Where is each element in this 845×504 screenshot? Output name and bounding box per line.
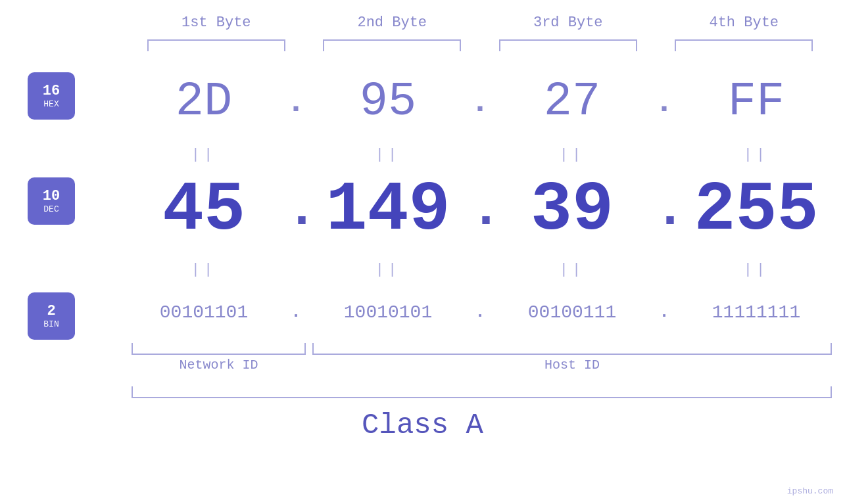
badge-dec-number: 10: [43, 188, 60, 204]
network-id-label: Network ID: [132, 357, 306, 373]
host-id-label: Host ID: [312, 357, 832, 373]
header-byte2: 2nd Byte: [323, 14, 461, 31]
hex-value-3: 27: [544, 75, 600, 129]
eq2-cell-2: ||: [319, 262, 457, 278]
hex-value-2: 95: [360, 75, 416, 129]
watermark: ipshu.com: [787, 486, 833, 496]
dec-value-4: 255: [694, 172, 818, 250]
hex-value-1: 2D: [176, 75, 232, 129]
eq-cell-2: ||: [319, 147, 457, 163]
header-byte4: 4th Byte: [675, 14, 813, 31]
badge-dec-label: DEC: [43, 204, 59, 214]
bin-value-2: 10010101: [344, 302, 432, 323]
header-byte3: 3rd Byte: [499, 14, 637, 31]
dec-dot-2: .: [470, 184, 490, 237]
bin-dot-2: .: [470, 302, 490, 322]
hex-dot-1: .: [286, 83, 306, 121]
hex-dot-2: .: [470, 83, 490, 121]
class-label: Class A: [0, 409, 845, 442]
bracket-top-2: [323, 39, 461, 51]
eq2-cell-1: ||: [135, 262, 273, 278]
hex-cell-1: 2D: [135, 75, 273, 129]
badge-bin: 2 BIN: [28, 292, 75, 340]
dec-value-2: 149: [326, 172, 450, 250]
bin-cell-1: 00101101: [135, 302, 273, 323]
bracket-top-1: [147, 39, 285, 51]
dec-cell-2: 149: [319, 172, 457, 250]
bin-cell-4: 11111111: [687, 302, 825, 323]
bin-row: 00101101 . 10010101 . 00100111 . 1111111…: [128, 286, 832, 338]
bin-value-1: 00101101: [160, 302, 248, 323]
eq2-cell-3: ||: [503, 262, 641, 278]
dec-dot-1: .: [286, 184, 306, 237]
bin-value-3: 00100111: [528, 302, 616, 323]
bracket-top-3: [499, 39, 637, 51]
dec-cell-4: 255: [687, 172, 825, 250]
badge-dec: 10 DEC: [28, 177, 75, 225]
badge-hex-label: HEX: [43, 99, 59, 109]
page-container: 1st Byte 2nd Byte 3rd Byte 4th Byte 16 H…: [0, 0, 845, 504]
badge-hex-number: 16: [43, 83, 60, 99]
dec-value-3: 39: [531, 172, 614, 250]
eq-cell-4: ||: [687, 147, 825, 163]
badge-bin-label: BIN: [43, 319, 59, 329]
bin-value-4: 11111111: [712, 302, 800, 323]
dec-cell-1: 45: [135, 172, 273, 250]
bracket-full: [132, 386, 832, 398]
header-byte1: 1st Byte: [147, 14, 285, 31]
badge-bin-number: 2: [47, 303, 55, 319]
eq-cell-3: ||: [503, 147, 641, 163]
hex-value-4: FF: [728, 75, 785, 129]
eq2-cell-4: ||: [687, 262, 825, 278]
dec-row: 45 . 149 . 39 . 255: [128, 168, 832, 253]
hex-cell-2: 95: [319, 75, 457, 129]
bin-cell-3: 00100111: [503, 302, 641, 323]
bin-cell-2: 10010101: [319, 302, 457, 323]
hex-dot-3: .: [654, 83, 674, 121]
badge-hex: 16 HEX: [28, 72, 75, 120]
bin-dot-1: .: [286, 302, 306, 322]
top-brackets: [128, 39, 832, 51]
bracket-bottom-network: [132, 343, 306, 355]
dec-dot-3: .: [654, 184, 674, 237]
equals-row-1: || || || ||: [128, 141, 832, 168]
dec-cell-3: 39: [503, 172, 641, 250]
dec-value-1: 45: [162, 172, 245, 250]
hex-row: 2D . 95 . 27 . FF: [128, 66, 832, 138]
bracket-top-4: [675, 39, 813, 51]
eq-cell-1: ||: [135, 147, 273, 163]
hex-cell-4: FF: [687, 75, 825, 129]
hex-cell-3: 27: [503, 75, 641, 129]
equals-row-2: || || || ||: [128, 256, 832, 283]
byte-headers: 1st Byte 2nd Byte 3rd Byte 4th Byte: [128, 14, 832, 31]
bracket-bottom-host: [312, 343, 832, 355]
bin-dot-3: .: [654, 302, 674, 322]
